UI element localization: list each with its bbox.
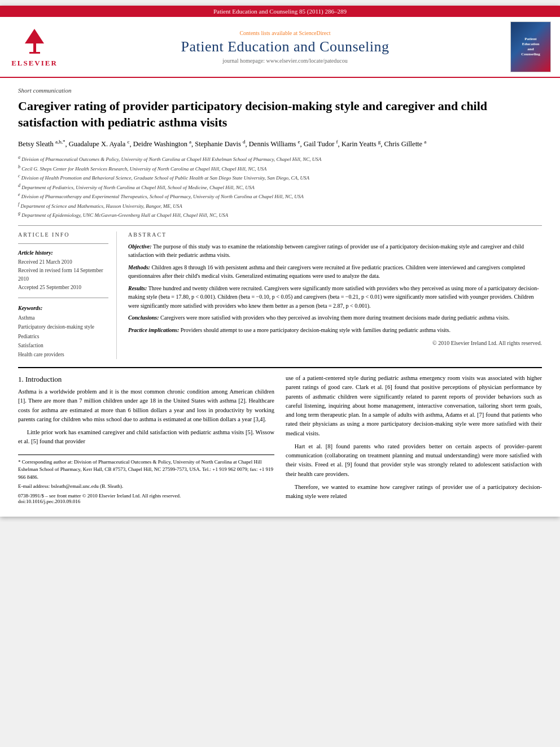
right-para-1: use of a patient-centered style during p… xyxy=(286,374,542,438)
keyword-1: Asthma xyxy=(18,313,108,322)
abstract-col: ABSTRACT Objective: The purpose of this … xyxy=(128,231,542,359)
results-label: Results: xyxy=(128,285,147,291)
intro-text: Asthma is a worldwide problem and it is … xyxy=(18,387,274,447)
practice-text: Providers should attempt to use a more p… xyxy=(181,327,450,333)
journal-title-block: Contents lists available at ScienceDirec… xyxy=(60,30,510,64)
abstract-title: ABSTRACT xyxy=(128,231,542,238)
cover-text: PatientEducationandCounseling xyxy=(521,37,540,57)
info-abstract-section: ARTICLE INFO Article history: Received 2… xyxy=(18,231,542,359)
divider-1 xyxy=(18,225,542,226)
revised-date: Received in revised form 14 September 20… xyxy=(18,267,108,283)
intro-heading-text: 1. Introduction xyxy=(18,375,62,383)
keywords-title: Keywords: xyxy=(18,305,108,311)
practice-label: Practice implications: xyxy=(128,327,179,333)
section-label: Short communication xyxy=(18,87,542,94)
license-text: 0738-3991/$ – see front matter © 2010 El… xyxy=(18,493,274,499)
sciencedirect-link: Contents lists available at ScienceDirec… xyxy=(60,30,510,36)
doi-text: doi:10.1016/j.pec.2010.09.016 xyxy=(18,499,274,504)
keyword-5: Health care providers xyxy=(18,350,108,359)
footnotes: * Corresponding author at: Division of P… xyxy=(18,455,274,504)
right-para-3: Therefore, we wanted to examine how care… xyxy=(286,483,542,501)
intro-para-1: Asthma is a worldwide problem and it is … xyxy=(18,387,274,424)
keywords-list: Asthma Participatory decision-making sty… xyxy=(18,313,108,359)
journal-title: Patient Education and Counseling xyxy=(60,38,510,55)
history-title: Article history: xyxy=(18,250,108,256)
objective-text: The purpose of this study was to examine… xyxy=(128,243,524,259)
main-left-col: 1. Introduction Asthma is a worldwide pr… xyxy=(18,374,274,505)
intro-heading: 1. Introduction xyxy=(18,375,274,384)
elsevier-brand-text: ELSEVIER xyxy=(11,59,58,68)
main-body: 1. Introduction Asthma is a worldwide pr… xyxy=(18,374,542,505)
abstract-methods: Methods: Children ages 8 through 16 with… xyxy=(128,263,542,281)
objective-label: Objective: xyxy=(128,243,152,250)
contents-label: Contents lists available at xyxy=(239,30,297,36)
footnote-corresponding: * Corresponding author at: Division of P… xyxy=(18,458,274,482)
article-history: Received 21 March 2010 Received in revis… xyxy=(18,258,108,292)
keyword-4: Satisfaction xyxy=(18,341,108,350)
authors-line: Betsy Sleath a,b,*, Guadalupe X. Ayala c… xyxy=(18,138,542,150)
main-right-col: use of a patient-centered style during p… xyxy=(286,374,542,505)
abstract-practice: Practice implications: Providers should … xyxy=(128,326,542,335)
divider-3 xyxy=(18,298,108,298)
citation-bar: Patient Education and Counseling 85 (201… xyxy=(0,6,560,17)
results-text: Three hundred and twenty children were r… xyxy=(128,285,539,309)
journal-homepage: journal homepage: www.elsevier.com/locat… xyxy=(60,58,510,64)
keyword-3: Pediatrics xyxy=(18,332,108,341)
doi-license: 0738-3991/$ – see front matter © 2010 El… xyxy=(18,493,274,504)
divider-bottom xyxy=(18,367,542,368)
copyright-text: © 2010 Elsevier Ireland Ltd. All rights … xyxy=(128,339,542,348)
journal-cover-image: PatientEducationandCounseling xyxy=(510,21,551,72)
methods-text: Children ages 8 through 16 with persiste… xyxy=(128,264,525,279)
citation-text: Patient Education and Counseling 85 (201… xyxy=(213,8,347,15)
article-info-title: ARTICLE INFO xyxy=(18,231,108,238)
footnote-email: E-mail address: bsleath@email.unc.edu (B… xyxy=(18,483,274,491)
accepted-date: Accepted 25 September 2010 xyxy=(18,283,108,292)
conclusions-text: Caregivers were more satisfied with prov… xyxy=(160,314,509,321)
methods-label: Methods: xyxy=(128,264,150,270)
abstract-conclusions: Conclusions: Caregivers were more satisf… xyxy=(128,313,542,322)
right-para-2: Hart et al. [8] found parents who rated … xyxy=(286,442,542,479)
page: Patient Education and Counseling 85 (201… xyxy=(0,6,560,517)
right-col-text: use of a patient-centered style during p… xyxy=(286,374,542,501)
abstract-text: Objective: The purpose of this study was… xyxy=(128,242,542,348)
abstract-results: Results: Three hundred and twenty childr… xyxy=(128,284,542,311)
divider-2 xyxy=(18,243,108,244)
intro-para-2: Little prior work has examined caregiver… xyxy=(18,428,274,447)
footnote-text: * Corresponding author at: Division of P… xyxy=(18,458,274,491)
received-date: Received 21 March 2010 xyxy=(18,258,108,267)
sciencedirect-name[interactable]: ScienceDirect xyxy=(299,30,330,36)
affiliations: a Division of Pharmaceutical Outcomes & … xyxy=(18,154,542,220)
elsevier-tree-icon xyxy=(19,27,50,58)
svg-rect-4 xyxy=(29,52,40,54)
journal-header: ELSEVIER Contents lists available at Sci… xyxy=(0,17,560,78)
abstract-objective: Objective: The purpose of this study was… xyxy=(128,242,542,260)
article-info-col: ARTICLE INFO Article history: Received 2… xyxy=(18,231,117,359)
article-body: Short communication Caregiver rating of … xyxy=(0,78,560,517)
elsevier-logo: ELSEVIER xyxy=(9,27,60,68)
keyword-2: Participatory decision-making style xyxy=(18,322,108,331)
conclusions-label: Conclusions: xyxy=(128,314,159,321)
article-title: Caregiver rating of provider participato… xyxy=(18,98,542,130)
